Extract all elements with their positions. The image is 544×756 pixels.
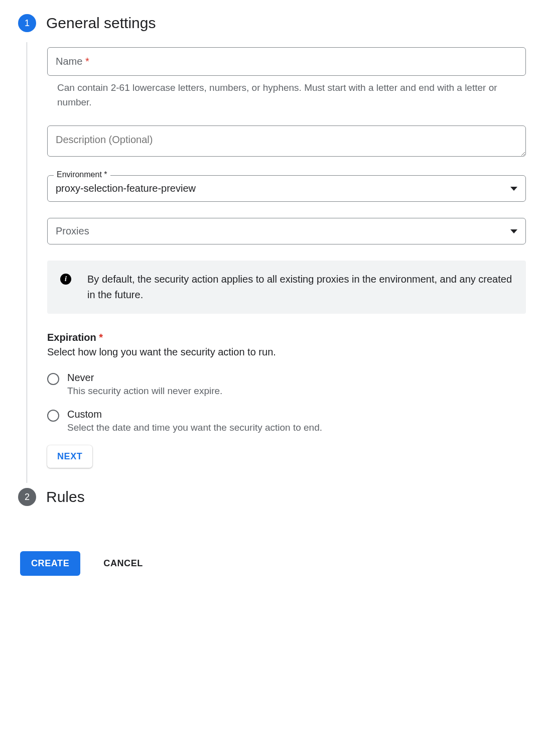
name-field-block: Name * Can contain 2-61 lowercase letter… (47, 47, 526, 109)
description-field-block (47, 125, 526, 159)
step-title-rules: Rules (46, 488, 85, 506)
name-input[interactable]: Name * (47, 47, 526, 76)
expiration-radio-custom[interactable]: Custom Select the date and time you want… (47, 409, 526, 433)
environment-label: Environment * (54, 170, 110, 179)
step-rules: 2 Rules (18, 488, 526, 506)
expiration-description: Select how long you want the security ac… (47, 346, 526, 358)
required-asterisk-icon: * (99, 332, 103, 343)
expiration-radio-never[interactable]: Never This security action will never ex… (47, 372, 526, 397)
proxies-info-banner: i By default, the security action applie… (47, 261, 526, 314)
step-number-badge-1: 1 (18, 14, 36, 32)
proxies-field-block: Proxies (47, 218, 526, 244)
environment-field-block: Environment * proxy-selection-feature-pr… (47, 175, 526, 202)
required-asterisk-icon: * (85, 56, 89, 67)
chevron-down-icon (510, 187, 517, 191)
description-textarea[interactable] (47, 125, 526, 157)
radio-icon (47, 373, 59, 385)
name-input-label: Name (56, 56, 82, 67)
create-button[interactable]: CREATE (20, 551, 80, 576)
step-header-general: 1 General settings (18, 14, 526, 32)
proxies-select[interactable]: Proxies (47, 218, 526, 244)
cancel-button[interactable]: CANCEL (100, 558, 146, 569)
radio-custom-title: Custom (67, 409, 322, 420)
info-banner-text: By default, the security action applies … (87, 272, 513, 303)
environment-value: proxy-selection-feature-preview (56, 183, 196, 194)
radio-never-title: Never (67, 372, 222, 384)
name-helper-text: Can contain 2-61 lowercase letters, numb… (47, 81, 526, 109)
footer-actions: CREATE CANCEL (18, 551, 526, 576)
radio-never-desc: This security action will never expire. (67, 386, 222, 397)
chevron-down-icon (510, 229, 517, 233)
required-asterisk-icon: * (104, 170, 107, 179)
expiration-label: Expiration * (47, 332, 526, 343)
step-general-settings: 1 General settings Name * Can contain 2-… (18, 14, 526, 483)
radio-icon (47, 410, 59, 422)
step-title-general: General settings (46, 15, 156, 32)
proxies-placeholder: Proxies (56, 225, 89, 237)
step-body-general: Name * Can contain 2-61 lowercase letter… (27, 42, 526, 483)
step-number-badge-2: 2 (18, 488, 36, 506)
radio-custom-desc: Select the date and time you want the se… (67, 422, 322, 433)
info-icon: i (60, 274, 71, 285)
expiration-section: Expiration * Select how long you want th… (47, 332, 526, 433)
environment-select[interactable]: Environment * proxy-selection-feature-pr… (47, 175, 526, 202)
next-button[interactable]: NEXT (47, 445, 92, 468)
